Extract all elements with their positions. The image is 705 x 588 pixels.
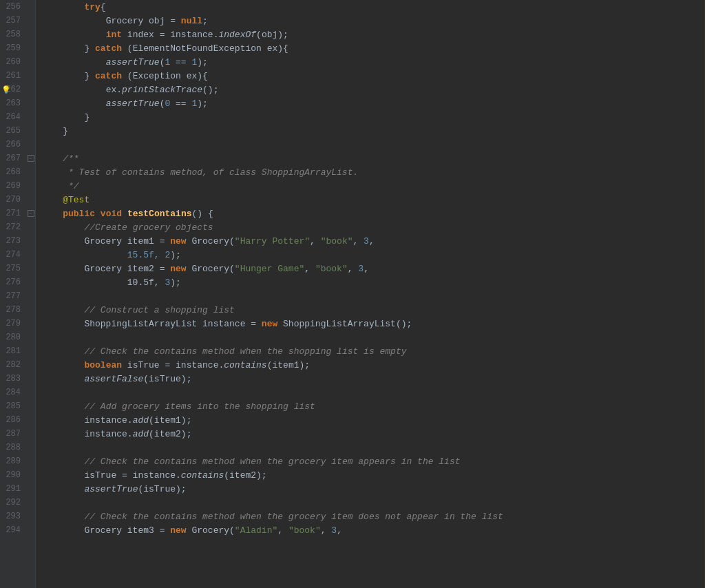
code-line: */ <box>41 179 705 193</box>
token: // Check the contains method when the gr… <box>84 456 460 467</box>
token: instance. <box>41 429 133 439</box>
gutter-row: 271- <box>0 207 35 220</box>
fold-marker[interactable]: - <box>28 155 34 162</box>
gutter-row: 270 <box>0 193 35 207</box>
gutter-row: 287 <box>0 427 35 441</box>
token: * Test of contains method, of class Shop… <box>41 167 358 178</box>
gutter-row: 269 <box>0 179 35 193</box>
token: , <box>321 525 332 536</box>
token: () { <box>192 209 213 219</box>
token <box>41 16 106 26</box>
gutter-row: 265 <box>0 124 35 138</box>
token: (item2); <box>224 470 266 481</box>
warning-icon: 💡 <box>1 85 11 94</box>
code-line: assertFalse(isTrue); <box>41 372 705 386</box>
line-number: 263 <box>0 96 26 110</box>
token: // Construct a shopping list <box>84 305 234 315</box>
token: add <box>133 429 149 439</box>
token <box>41 30 106 40</box>
token: } <box>41 112 90 123</box>
token: /** <box>41 154 79 164</box>
code-line: ShoppingListArrayList instance = new Sho… <box>41 317 705 330</box>
token: Grocery( <box>187 525 235 536</box>
code-line: instance.add(item2); <box>41 427 705 441</box>
token <box>41 222 84 233</box>
token: Grocery item1 = <box>41 236 170 246</box>
token: (isTrue); <box>143 374 191 384</box>
token: Grocery <box>106 16 144 26</box>
gutter-row: 264 <box>0 110 35 124</box>
line-number: 277 <box>0 289 26 303</box>
fold-icon[interactable]: - <box>26 155 34 162</box>
token: { <box>101 2 106 12</box>
token <box>41 346 84 357</box>
line-number: 293 <box>0 510 26 523</box>
token: int <box>106 30 122 40</box>
token <box>41 401 84 412</box>
fold-marker[interactable]: - <box>28 210 34 217</box>
line-number: 276 <box>0 275 26 289</box>
token: Exception <box>133 71 181 81</box>
code-line: Grocery item2 = new Grocery("Hunger Game… <box>41 262 705 275</box>
code-line: 10.5f, 3); <box>41 275 705 289</box>
line-number: 282 <box>0 358 26 372</box>
token: Grocery( <box>187 264 235 274</box>
code-line: assertTrue(isTrue); <box>41 482 705 496</box>
token <box>122 209 127 219</box>
code-area: 256257258259260261💡262263264265266267-26… <box>0 0 705 588</box>
line-number: 268 <box>0 165 26 179</box>
line-number: 257 <box>0 14 26 28</box>
token: assertTrue <box>106 57 160 67</box>
gutter-row: 257 <box>0 14 35 28</box>
token: 1 <box>191 98 197 109</box>
gutter-row: 256 <box>0 0 35 14</box>
line-number: 286 <box>0 413 26 427</box>
token <box>41 374 84 384</box>
token: , <box>277 525 288 536</box>
token: (item1); <box>267 360 310 370</box>
code-editor: 256257258259260261💡262263264265266267-26… <box>0 0 705 588</box>
code-line: ​ <box>41 496 705 510</box>
token: 1 <box>191 57 197 67</box>
gutter-row: 261 <box>0 69 35 83</box>
fold-icon[interactable]: - <box>26 210 34 218</box>
token: (isTrue); <box>138 484 186 494</box>
token: indexOf <box>218 30 256 40</box>
line-number: 271 <box>0 207 26 220</box>
code-line: try{ <box>41 0 705 14</box>
token: // Add grocery items into the shopping l… <box>84 401 315 412</box>
token: // Check the contains method when the sh… <box>84 346 406 357</box>
line-number: 266 <box>0 138 26 151</box>
token: instance. <box>41 415 133 426</box>
line-number: 264 <box>0 110 26 124</box>
token: ex){ <box>262 43 288 54</box>
gutter-row: 284 <box>0 386 35 399</box>
token: "Hunger Game" <box>235 264 304 274</box>
token: catch <box>95 43 122 54</box>
gutter-row: 267- <box>0 151 35 165</box>
token: 3 <box>331 525 337 536</box>
token <box>41 484 84 494</box>
code-content: try{ Grocery obj = null; int index = ins… <box>36 0 705 588</box>
code-line: int index = instance.indexOf(obj); <box>41 28 705 41</box>
token: (item1); <box>149 415 191 426</box>
code-line: } catch (Exception ex){ <box>41 69 705 83</box>
token: contains <box>224 360 266 370</box>
token: catch <box>95 71 122 81</box>
token: ShoppingListArrayList instance = <box>41 319 262 329</box>
token: 3 <box>358 264 364 274</box>
token: null <box>181 16 202 26</box>
gutter-row: 266 <box>0 138 35 151</box>
token: try <box>84 2 100 12</box>
token <box>41 98 106 109</box>
code-line: ​ <box>41 386 705 399</box>
line-number: 260 <box>0 55 26 69</box>
code-line: assertTrue(0 == 1); <box>41 96 705 110</box>
code-line: //Create grocery objects <box>41 220 705 234</box>
token <box>41 2 84 12</box>
line-number: 290 <box>0 468 26 482</box>
token: , <box>348 264 359 274</box>
token: isTrue = instance. <box>122 360 224 370</box>
line-number: 275 <box>0 262 26 275</box>
token: add <box>133 415 149 426</box>
